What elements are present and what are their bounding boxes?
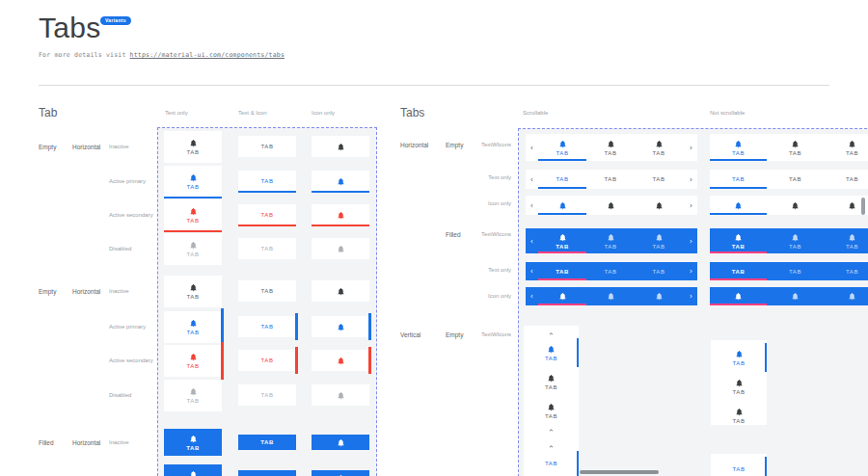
scroll-left-button[interactable]	[526, 228, 538, 253]
tab-cell[interactable]	[312, 238, 369, 259]
tabs-bar-fixed[interactable]: TABTABTAB	[710, 134, 868, 161]
tab-active[interactable]	[538, 287, 586, 305]
tabs-bar-scrollable[interactable]: TABTABTAB	[526, 170, 697, 189]
scroll-right-button[interactable]	[685, 134, 697, 161]
scroll-down-button[interactable]	[524, 425, 579, 435]
tab-active[interactable]: TAB	[711, 343, 767, 372]
horizontal-scrollbar[interactable]	[580, 470, 659, 474]
tab-cell[interactable]: TAB	[164, 199, 222, 231]
tab-cell[interactable]	[312, 350, 369, 371]
scroll-up-button[interactable]	[524, 441, 579, 451]
tab-cell[interactable]: TAB	[164, 345, 222, 377]
tabs-strip-scrollable[interactable]: TABTABTAB	[524, 326, 579, 438]
tab[interactable]: TAB	[586, 228, 635, 253]
tabs-bar-scrollable[interactable]	[526, 287, 697, 305]
tab-cell[interactable]	[312, 280, 369, 302]
tab[interactable]: TAB	[824, 134, 868, 161]
tabs-strip-scrollable[interactable]: TAB	[524, 438, 579, 476]
tabs-bar-fixed[interactable]	[710, 196, 868, 215]
tab-active[interactable]	[710, 196, 767, 215]
tab-active[interactable]	[710, 287, 767, 305]
tabs-bar-scrollable[interactable]	[526, 196, 697, 215]
tabs-strip-fixed[interactable]: TABTABTAB	[711, 340, 767, 425]
tab-cell[interactable]: TAB	[164, 464, 222, 476]
tab[interactable]: TAB	[767, 170, 824, 189]
tab-cell[interactable]: TAB	[164, 131, 222, 163]
tab-active[interactable]: TAB	[538, 262, 586, 280]
tab-cell[interactable]: TAB	[164, 380, 222, 411]
tab-cell[interactable]	[312, 171, 369, 192]
tabs-bar-fixed[interactable]: TABTABTAB	[710, 262, 868, 280]
tab[interactable]	[767, 196, 824, 215]
tab[interactable]: TAB	[824, 228, 868, 253]
tab[interactable]: TAB	[635, 134, 683, 161]
tab[interactable]: TAB	[767, 134, 824, 161]
tabs-bar-scrollable[interactable]: TABTABTAB	[526, 134, 697, 161]
scroll-left-button[interactable]	[526, 134, 538, 161]
tab[interactable]: TAB	[586, 134, 635, 161]
tab[interactable]	[586, 287, 635, 305]
scroll-left-button[interactable]	[526, 170, 538, 189]
tab-active[interactable]: TAB	[710, 134, 767, 161]
tabs-bar-scrollable[interactable]: TABTABTAB	[526, 228, 697, 253]
scroll-right-button[interactable]	[685, 228, 697, 253]
tabs-strip-fixed[interactable]: TAB	[711, 454, 767, 476]
tab[interactable]: TAB	[586, 262, 635, 280]
tab-cell[interactable]: TAB	[164, 311, 222, 343]
tab-active[interactable]: TAB	[538, 170, 586, 189]
tab-cell[interactable]: TAB	[238, 238, 296, 259]
tab-cell[interactable]	[312, 136, 369, 157]
scroll-right-button[interactable]	[685, 287, 697, 305]
tab[interactable]: TAB	[711, 401, 767, 430]
tab-cell[interactable]: TAB	[238, 316, 296, 337]
tab[interactable]: TAB	[767, 228, 824, 253]
tab-cell[interactable]: TAB	[238, 350, 296, 371]
tab-cell[interactable]: TAB	[238, 204, 296, 225]
tab[interactable]	[635, 287, 683, 305]
tab-cell[interactable]	[312, 384, 369, 406]
tab[interactable]: TAB	[635, 262, 683, 280]
tab-active[interactable]: TAB	[711, 457, 767, 476]
tabs-bar-fixed[interactable]: TABTABTAB	[710, 228, 868, 253]
vertical-scrollbar[interactable]	[861, 198, 865, 215]
tab-active[interactable]: TAB	[710, 262, 767, 280]
tab-cell[interactable]	[312, 204, 369, 225]
tab[interactable]	[586, 196, 635, 215]
tab[interactable]: TAB	[824, 170, 868, 189]
tab-cell[interactable]: TAB	[164, 166, 222, 198]
tab-cell[interactable]	[312, 316, 369, 337]
tab-active[interactable]: TAB	[524, 451, 579, 476]
tab-cell[interactable]: TAB	[238, 470, 296, 476]
tab-cell[interactable]: TAB	[238, 136, 296, 157]
tab-active[interactable]: TAB	[524, 338, 579, 367]
tab-cell[interactable]: TAB	[164, 429, 222, 456]
scroll-left-button[interactable]	[526, 262, 538, 280]
tab-cell[interactable]: TAB	[238, 171, 296, 192]
tabs-bar-fixed[interactable]: TABTABTAB	[710, 170, 868, 189]
tab[interactable]: TAB	[524, 367, 579, 396]
docs-link[interactable]: https://material-ui.com/components/tabs	[130, 51, 285, 59]
tab[interactable]: TAB	[635, 228, 683, 253]
scroll-right-button[interactable]	[685, 196, 697, 215]
tab-active[interactable]: TAB	[538, 134, 586, 161]
tabs-bar-scrollable[interactable]: TABTABTAB	[526, 262, 697, 280]
tab-cell[interactable]: TAB	[238, 280, 296, 302]
tab-cell[interactable]: TAB	[164, 233, 222, 265]
tab[interactable]: TAB	[711, 372, 767, 401]
scroll-left-button[interactable]	[526, 196, 538, 215]
tab-active[interactable]: TAB	[710, 170, 767, 189]
scroll-up-button[interactable]	[524, 329, 579, 338]
tab[interactable]	[824, 287, 868, 305]
tab-active[interactable]: TAB	[538, 228, 586, 253]
scroll-left-button[interactable]	[526, 287, 538, 305]
scroll-right-button[interactable]	[685, 170, 697, 189]
tab-cell[interactable]: TAB	[238, 435, 296, 450]
tab[interactable]: TAB	[635, 170, 683, 189]
tab-cell[interactable]	[312, 470, 369, 476]
tab[interactable]	[635, 196, 683, 215]
tab[interactable]: TAB	[824, 262, 868, 280]
tab-cell[interactable]: TAB	[238, 384, 296, 406]
tab-cell[interactable]: TAB	[164, 276, 222, 307]
tab-active[interactable]	[538, 196, 586, 215]
tabs-bar-fixed[interactable]	[710, 287, 868, 305]
